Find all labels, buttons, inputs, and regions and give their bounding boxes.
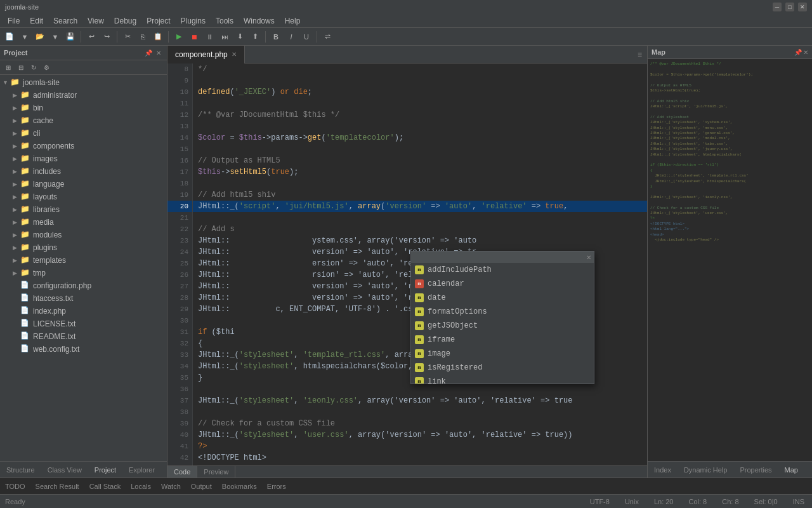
map-bottom-tab-dynamichelp[interactable]: Dynamic Help: [678, 464, 733, 476]
project-collapse-all-button[interactable]: ⊟: [15, 62, 27, 73]
tree-item-language[interactable]: ▶ 📁 language: [0, 178, 167, 190]
tree-item-webconfig[interactable]: ▶ 📄 web.config.txt: [0, 343, 167, 356]
tree-item-readme[interactable]: ▶ 📄 README.txt: [0, 330, 167, 343]
debug-step-out-button[interactable]: ⬆: [248, 30, 262, 44]
tree-expand-tmp[interactable]: ▶: [13, 270, 20, 276]
bottom-tab-errors[interactable]: Errors: [267, 483, 286, 490]
ac-item-addincludepath[interactable]: m addIncludePath: [411, 263, 594, 277]
save-button[interactable]: 💾: [63, 30, 77, 44]
new-dropdown-button[interactable]: ▼: [18, 30, 32, 44]
open-button[interactable]: 📂: [33, 30, 47, 44]
map-bottom-tab-properties[interactable]: Properties: [733, 464, 778, 476]
ac-item-image[interactable]: m image: [411, 347, 594, 361]
tree-item-modules[interactable]: ▶ 📁 modules: [0, 229, 167, 241]
ac-item-calendar[interactable]: m calendar: [411, 277, 594, 291]
editor-tab-menu[interactable]: ≡: [632, 50, 647, 59]
new-button[interactable]: 📄: [3, 30, 16, 44]
open-dropdown-button[interactable]: ▼: [48, 30, 62, 44]
project-settings-button[interactable]: ⚙: [41, 62, 52, 73]
tree-expand-administrator[interactable]: ▶: [13, 92, 20, 98]
project-expand-all-button[interactable]: ⊞: [3, 62, 14, 73]
tree-expand-cache[interactable]: ▶: [13, 117, 20, 124]
bottom-tab-call-stack[interactable]: Call Stack: [89, 483, 121, 490]
redo-button[interactable]: ↪: [100, 30, 114, 44]
menu-debug[interactable]: Debug: [109, 15, 141, 27]
project-bottom-tab-structure[interactable]: Structure: [0, 464, 41, 476]
map-bottom-tab-index[interactable]: Index: [648, 464, 678, 476]
editor-tab-component-php[interactable]: component.php ✕: [167, 46, 245, 64]
tree-expand-modules[interactable]: ▶: [13, 232, 20, 238]
autocomplete-close-button[interactable]: ✕: [586, 254, 591, 261]
bottom-tab-output[interactable]: Output: [191, 483, 212, 490]
menu-view[interactable]: View: [82, 15, 109, 27]
tree-item-templates[interactable]: ▶ 📁 templates: [0, 254, 167, 267]
project-bottom-tab-project[interactable]: Project: [88, 464, 122, 476]
debug-pause-button[interactable]: ⏸: [202, 30, 216, 44]
tree-item-plugins[interactable]: ▶ 📁 plugins: [0, 241, 167, 254]
ac-item-isregistered[interactable]: m isRegistered: [411, 361, 594, 375]
tree-item-administrator[interactable]: ▶ 📁 administrator: [0, 89, 167, 102]
bottom-tab-search-result[interactable]: Search Result: [36, 483, 79, 490]
tree-expand-media[interactable]: ▶: [13, 219, 20, 225]
debug-step-over-button[interactable]: ⏭: [218, 30, 232, 44]
maximize-button[interactable]: □: [785, 3, 794, 11]
tree-expand-templates[interactable]: ▶: [13, 257, 20, 264]
tree-item-libraries[interactable]: ▶ 📁 libraries: [0, 203, 167, 216]
bottom-tab-locals[interactable]: Locals: [131, 483, 151, 490]
tree-expand-images[interactable]: ▶: [13, 156, 20, 162]
cut-button[interactable]: ✂: [121, 30, 134, 44]
word-wrap-button[interactable]: ⇌: [320, 30, 334, 44]
bottom-tab-watch[interactable]: Watch: [161, 483, 181, 490]
bold-button[interactable]: B: [269, 30, 283, 44]
project-bottom-tab-classview[interactable]: Class View: [41, 464, 88, 476]
tree-expand-components[interactable]: ▶: [13, 143, 20, 149]
tree-item-htaccess[interactable]: ▶ 📄 htaccess.txt: [0, 292, 167, 305]
tree-item-cache[interactable]: ▶ 📁 cache: [0, 114, 167, 127]
debug-run-button[interactable]: ▶: [172, 30, 186, 44]
tree-item-components[interactable]: ▶ 📁 components: [0, 140, 167, 152]
debug-stop-button[interactable]: ⏹: [187, 30, 201, 44]
minimize-button[interactable]: ─: [773, 3, 782, 11]
map-bottom-tab-map[interactable]: Map: [778, 464, 804, 476]
ac-item-link[interactable]: m link: [411, 375, 594, 384]
project-refresh-button[interactable]: ↻: [28, 62, 39, 73]
menu-project[interactable]: Project: [141, 15, 175, 27]
tree-expand-language[interactable]: ▶: [13, 181, 20, 187]
undo-button[interactable]: ↩: [84, 30, 98, 44]
ac-item-getjsobject[interactable]: m getJSObject: [411, 319, 594, 333]
tree-item-cli[interactable]: ▶ 📁 cli: [0, 127, 167, 140]
tree-item-root[interactable]: ▼ 📁 joomla-site: [0, 76, 167, 89]
debug-step-into-button[interactable]: ⬇: [233, 30, 247, 44]
tree-item-media[interactable]: ▶ 📁 media: [0, 216, 167, 229]
copy-button[interactable]: ⎘: [136, 30, 150, 44]
bottom-tab-todo[interactable]: TODO: [5, 483, 25, 490]
tree-item-configuration-php[interactable]: ▶ 📄 configuration.php: [0, 279, 167, 292]
map-close-button[interactable]: ✕: [803, 49, 808, 56]
tree-item-bin[interactable]: ▶ 📁 bin: [0, 102, 167, 114]
menu-windows[interactable]: Windows: [239, 15, 280, 27]
italic-button[interactable]: I: [284, 30, 298, 44]
tree-expand-root[interactable]: ▼: [3, 79, 10, 86]
menu-plugins[interactable]: Plugins: [176, 15, 211, 27]
menu-edit[interactable]: Edit: [25, 15, 48, 27]
ac-item-iframe[interactable]: m iframe: [411, 333, 594, 347]
tree-expand-plugins[interactable]: ▶: [13, 244, 20, 251]
tree-expand-includes[interactable]: ▶: [13, 168, 20, 175]
menu-tools[interactable]: Tools: [211, 15, 239, 27]
close-button[interactable]: ✕: [798, 3, 807, 11]
paste-button[interactable]: 📋: [151, 30, 165, 44]
editor-tab-close[interactable]: ✕: [232, 51, 237, 58]
ac-item-date[interactable]: m date: [411, 291, 594, 305]
project-close-button[interactable]: ✕: [154, 48, 163, 57]
tree-item-images[interactable]: ▶ 📁 images: [0, 152, 167, 165]
map-pin-button[interactable]: 📌: [794, 49, 802, 56]
tree-expand-libraries[interactable]: ▶: [13, 206, 20, 213]
menu-help[interactable]: Help: [280, 15, 306, 27]
bottom-tab-bookmarks[interactable]: Bookmarks: [222, 483, 257, 490]
project-pin-button[interactable]: 📌: [144, 48, 153, 57]
editor-tab-code[interactable]: Code: [167, 466, 197, 478]
tree-item-index-php[interactable]: ▶ 📄 index.php: [0, 305, 167, 318]
tree-item-includes[interactable]: ▶ 📁 includes: [0, 165, 167, 178]
underline-button[interactable]: U: [299, 30, 313, 44]
project-bottom-tab-explorer[interactable]: Explorer: [122, 464, 161, 476]
